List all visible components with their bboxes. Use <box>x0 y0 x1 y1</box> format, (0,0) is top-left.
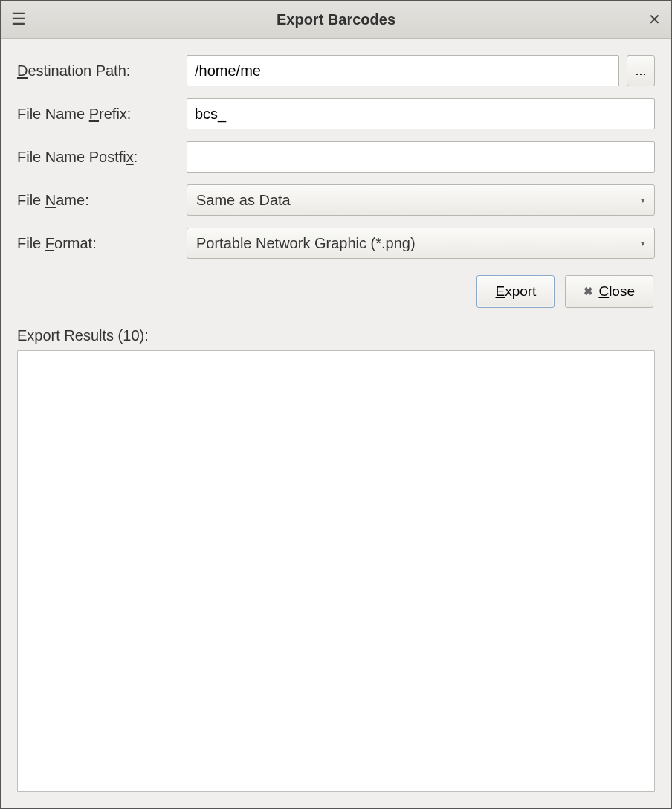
window-title: Export Barcodes <box>277 11 395 28</box>
file-format-value: Portable Network Graphic (*.png) <box>196 235 416 252</box>
form-grid: Destination Path: ... File Name Prefix: … <box>17 55 655 259</box>
export-results-box[interactable] <box>17 350 655 792</box>
file-name-combo[interactable]: Same as Data ▾ <box>187 184 655 216</box>
destination-path-row: ... <box>187 55 655 86</box>
menu-icon[interactable]: ☰ <box>11 11 26 28</box>
close-x-icon: ✖ <box>584 285 593 298</box>
destination-path-label: Destination Path: <box>17 62 187 80</box>
chevron-down-icon: ▾ <box>641 239 645 248</box>
file-name-prefix-input[interactable] <box>187 98 655 129</box>
titlebar: ☰ Export Barcodes ✕ <box>1 1 671 39</box>
close-icon[interactable]: ✕ <box>648 12 661 27</box>
file-format-label: File Format: <box>17 235 187 252</box>
destination-path-input[interactable] <box>187 55 619 86</box>
export-button-label: Export <box>495 283 536 300</box>
chevron-down-icon: ▾ <box>641 196 645 205</box>
file-name-value: Same as Data <box>196 192 291 209</box>
file-name-prefix-label: File Name Prefix: <box>17 106 187 123</box>
file-format-combo[interactable]: Portable Network Graphic (*.png) ▾ <box>187 228 655 259</box>
export-button[interactable]: Export <box>476 275 555 308</box>
file-name-label: File Name: <box>17 192 187 209</box>
browse-button[interactable]: ... <box>627 55 655 86</box>
file-name-postfix-input[interactable] <box>187 141 655 173</box>
dialog-content: Destination Path: ... File Name Prefix: … <box>1 39 671 808</box>
close-button-label: Close <box>598 283 635 300</box>
export-results-label: Export Results (10): <box>17 327 655 344</box>
button-row: Export ✖ Close <box>17 275 655 308</box>
browse-label: ... <box>635 63 646 79</box>
file-name-postfix-label: File Name Postfix: <box>17 149 187 166</box>
close-button[interactable]: ✖ Close <box>565 275 653 308</box>
